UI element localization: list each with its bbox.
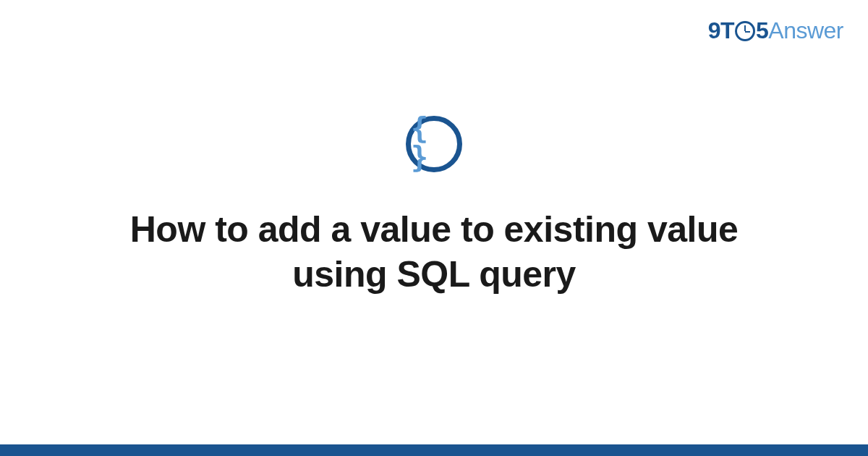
footer-accent-bar <box>0 444 868 456</box>
category-badge: { } <box>406 116 462 172</box>
main-content: { } How to add a value to existing value… <box>0 0 868 456</box>
page-title: How to add a value to existing value usi… <box>101 207 767 297</box>
code-braces-icon: { } <box>411 114 457 172</box>
